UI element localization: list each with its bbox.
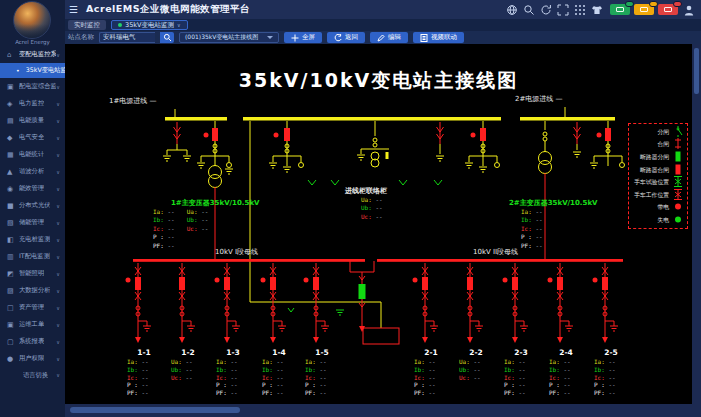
feeder-measurement-row: Ib: -- <box>256 366 302 374</box>
user-icon[interactable] <box>683 4 695 16</box>
sidebar-item-2[interactable]: ▣配电室综合监测∨ <box>0 78 65 95</box>
sidebar-item-18[interactable]: ●用户权限∨ <box>0 350 65 367</box>
feeder-bay-1-3[interactable] <box>224 263 240 343</box>
apps-grid-icon[interactable] <box>574 4 586 16</box>
feeder-measurement-row: Ib: -- <box>121 366 167 374</box>
feeder-bay-2-5[interactable] <box>602 263 618 343</box>
breaker-bay-tf1[interactable] <box>201 121 232 168</box>
breaker-bay-tie2[interactable] <box>469 121 500 168</box>
sidebar-item-17[interactable]: ▢系统报表∨ <box>0 333 65 350</box>
sidebar-item-11[interactable]: ◧充电桩监测∨ <box>0 231 65 248</box>
menu-icon[interactable]: ☰ <box>69 4 78 15</box>
feeder-bay-2-2[interactable] <box>467 263 483 343</box>
sidebar-item-13[interactable]: ◩智能照明∨ <box>0 265 65 282</box>
measurement-row: Uc: -- <box>187 225 209 233</box>
search-icon[interactable] <box>523 4 535 16</box>
globe-icon[interactable] <box>506 4 518 16</box>
feeder-bay-2-4[interactable] <box>557 263 573 343</box>
feeder-measurement-row: Ua: -- <box>453 358 499 366</box>
sidebar-item-3[interactable]: ◈电力监控∨ <box>0 95 65 112</box>
feeder-bay-2-1[interactable] <box>422 263 438 343</box>
sidebar-item-9[interactable]: ■分布式光伏∨ <box>0 197 65 214</box>
breaker-closed-indicator <box>126 278 131 283</box>
feeder-name: 2-2 <box>453 348 499 358</box>
alarm-badge-1[interactable] <box>634 4 654 15</box>
feeder-name: 1-1 <box>121 348 167 358</box>
tab-realtime-monitor[interactable]: 实时监控 <box>68 20 106 30</box>
feeder-measurement-row: Ic: -- <box>256 374 302 382</box>
vertical-scrollbar[interactable] <box>692 44 701 417</box>
disconnector-incoming-2[interactable] <box>574 122 581 144</box>
horizontal-scrollbar-thumb[interactable] <box>70 407 240 413</box>
button-label: 视频联动 <box>431 33 457 42</box>
feeder-name: 2-3 <box>498 348 544 358</box>
chevron-down-icon: ∨ <box>56 203 60 209</box>
vertical-scrollbar-thumb[interactable] <box>694 48 699 94</box>
sidebar-item-1[interactable]: •35kV变电站监测 <box>0 63 65 78</box>
sidebar-item-7[interactable]: ▲谐波分析∨ <box>0 163 65 180</box>
toolbar-video-link-button[interactable]: 视频联动 <box>413 32 464 43</box>
breaker-bay-tf2[interactable] <box>594 121 625 168</box>
feeder-data-block-1-3: 1-3Ia: --Ib: --Ic: --P : --PF: -- <box>210 348 256 397</box>
site-name-label: 站点名称 <box>68 33 94 42</box>
sidebar-item-19[interactable]: 语言切换∨ <box>0 367 65 383</box>
feeder-bay-1-4[interactable] <box>270 263 286 343</box>
menu-icon: ▲ <box>7 168 16 176</box>
sidebar-item-8[interactable]: ◉能效管理∨ <box>0 180 65 197</box>
measurement-row: Ic: -- <box>521 225 597 233</box>
menu-icon: □ <box>7 304 16 312</box>
feeder-measurement-row: P : -- <box>588 381 634 389</box>
disconnector-incoming-1[interactable] <box>174 122 181 144</box>
chevron-down-icon: ∨ <box>56 186 60 192</box>
sidebar-item-10[interactable]: ▧储能管理∨ <box>0 214 65 231</box>
tab-substation-35kv[interactable]: 35kV变电站监测 ∨ <box>111 20 188 30</box>
sidebar-item-12[interactable]: ▥IT配电监测∨ <box>0 248 65 265</box>
alarm-badge-0[interactable] <box>610 4 630 15</box>
sidebar-item-label: 能效管理 <box>19 184 44 193</box>
feeder-measurement-row: PF: -- <box>256 389 302 397</box>
search-button[interactable] <box>160 32 174 43</box>
user-avatar[interactable] <box>13 1 51 39</box>
diagram-select[interactable]: (001)35kV变电站主接线图 <box>179 32 279 43</box>
sidebar-item-6[interactable]: ▦电能统计∨ <box>0 146 65 163</box>
measurement-row: Ub: -- <box>187 216 209 224</box>
breaker-bay-tie1[interactable] <box>273 121 304 168</box>
toolbar-back-button[interactable]: 返回 <box>327 32 365 43</box>
feeder-data-block-2-2: 2-2Ua: --Ub: --Uc: -- <box>453 348 499 381</box>
sidebar-item-5[interactable]: ◆电气安全∨ <box>0 129 65 146</box>
bus-tie-breaker-open[interactable] <box>359 284 366 299</box>
feeder-measurement-row: Ia: -- <box>498 358 544 366</box>
chevron-down-icon: ∨ <box>177 22 181 28</box>
disconnector-tie[interactable] <box>437 122 444 144</box>
feeder-bay-2-3[interactable] <box>512 263 528 343</box>
feeder-measurement-row: Ub: -- <box>165 366 211 374</box>
badge-glyph <box>640 7 648 12</box>
feeder-measurement-row: P : -- <box>210 381 256 389</box>
breaker-closed-indicator <box>548 278 553 283</box>
feeder-measurement-row: PF: -- <box>121 389 167 397</box>
sidebar-item-15[interactable]: □资产管理∨ <box>0 299 65 316</box>
sidebar-item-0[interactable]: ⌂变配电监控系统∨ <box>0 46 65 63</box>
alarm-badge-2[interactable] <box>658 4 678 15</box>
theme-skin-icon[interactable] <box>591 4 603 16</box>
feeder-bay-1-5[interactable] <box>313 263 329 343</box>
toolbar-edit-button[interactable]: 编辑 <box>370 32 408 43</box>
transformer-1-symbol[interactable] <box>209 166 222 188</box>
chevron-down-icon: ∨ <box>56 152 60 158</box>
menu-icon: ◉ <box>7 185 16 193</box>
site-name-input[interactable] <box>99 32 155 43</box>
chevron-down-icon: ∨ <box>56 220 60 226</box>
refresh-icon[interactable] <box>540 4 552 16</box>
feeder-measurement-row: P : -- <box>408 381 454 389</box>
transformer-2-symbol[interactable] <box>539 152 552 174</box>
sidebar-item-16[interactable]: ▣运维工单∨ <box>0 316 65 333</box>
feeder-bay-1-1[interactable] <box>135 263 151 343</box>
toolbar-buttons: 全屏返回编辑视频联动 <box>284 32 464 43</box>
feeder-name: 1-4 <box>256 348 302 358</box>
fullscreen-icon[interactable] <box>557 4 569 16</box>
sidebar-item-4[interactable]: ▤电能质量∨ <box>0 112 65 129</box>
sidebar-item-14[interactable]: ▨大数据分析∨ <box>0 282 65 299</box>
feeder-bay-1-2[interactable] <box>179 263 195 343</box>
toolbar-fullscreen-button[interactable]: 全屏 <box>284 32 322 43</box>
chevron-down-icon: ∨ <box>56 372 60 378</box>
